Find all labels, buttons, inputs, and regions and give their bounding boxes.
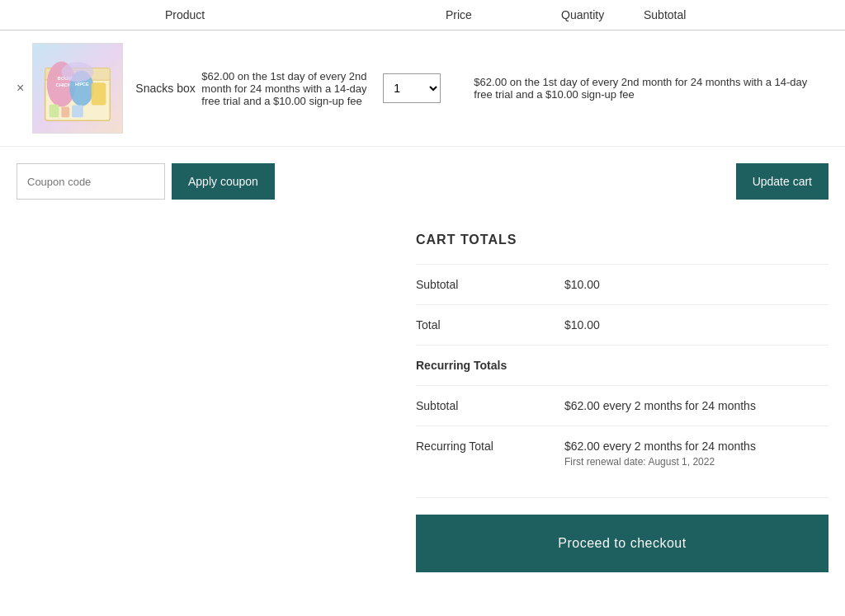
cart-table-header: Product Price Quantity Subtotal <box>0 0 845 31</box>
recurring-total-value: $62.00 every 2 months for 24 months Firs… <box>564 440 828 468</box>
remove-button[interactable]: × <box>17 81 24 96</box>
svg-rect-9 <box>92 82 106 105</box>
quantity-select[interactable]: 1 2 3 <box>383 73 441 103</box>
coupon-input[interactable] <box>17 163 165 200</box>
recurring-totals-label: Recurring Totals <box>416 359 507 372</box>
table-row: × BOOM <box>0 31 845 147</box>
recurring-totals-heading: Recurring Totals <box>416 345 828 385</box>
svg-rect-11 <box>62 107 70 118</box>
recurring-subtotal-row: Subtotal $62.00 every 2 months for 24 mo… <box>416 385 828 426</box>
subtotal-row: Subtotal $10.00 <box>416 264 828 304</box>
apply-coupon-button[interactable]: Apply coupon <box>172 163 275 200</box>
checkout-btn-wrapper: Proceed to checkout <box>416 497 828 572</box>
svg-rect-10 <box>50 105 59 118</box>
header-subtotal: Subtotal <box>644 8 686 21</box>
quantity-wrapper: 1 2 3 <box>383 73 457 103</box>
proceed-to-checkout-button[interactable]: Proceed to checkout <box>416 515 828 572</box>
cart-totals-section: CART TOTALS Subtotal $10.00 Total $10.00… <box>0 233 845 572</box>
svg-point-13 <box>62 63 94 82</box>
svg-text:HIPCE: HIPCE <box>75 82 89 87</box>
total-value: $10.00 <box>564 318 828 332</box>
cart-totals-box: CART TOTALS Subtotal $10.00 Total $10.00… <box>416 233 828 572</box>
recurring-total-row: Recurring Total $62.00 every 2 months fo… <box>416 426 828 481</box>
subtotal-label: Subtotal <box>416 278 564 291</box>
update-cart-button[interactable]: Update cart <box>736 163 828 200</box>
recurring-subtotal-label: Subtotal <box>416 399 564 412</box>
product-name: Snacks box <box>135 82 201 95</box>
header-price: Price <box>446 8 472 21</box>
coupon-row: Apply coupon Update cart <box>0 147 845 216</box>
product-subtotal: $62.00 on the 1st day of every 2nd month… <box>457 76 828 101</box>
svg-rect-12 <box>72 106 83 118</box>
total-row: Total $10.00 <box>416 304 828 345</box>
cart-totals-title: CART TOTALS <box>416 233 828 247</box>
recurring-total-label: Recurring Total <box>416 440 564 468</box>
recurring-subtotal-value: $62.00 every 2 months for 24 months <box>564 399 828 412</box>
subtotal-value: $10.00 <box>564 278 828 291</box>
product-image: BOOM CHICKA HIPCE <box>32 43 123 134</box>
product-price: $62.00 on the 1st day of every 2nd month… <box>201 70 383 107</box>
header-product: Product <box>165 8 205 21</box>
header-quantity: Quantity <box>561 8 604 21</box>
renewal-date: First renewal date: August 1, 2022 <box>564 456 828 468</box>
total-label: Total <box>416 318 564 332</box>
